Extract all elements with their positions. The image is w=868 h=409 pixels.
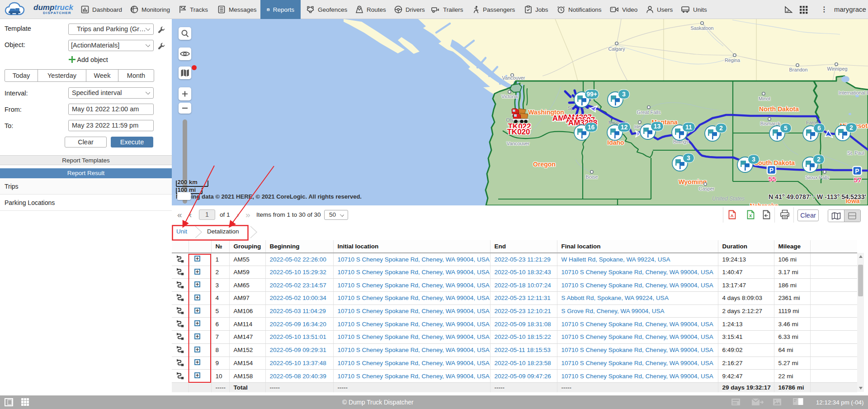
svg-text:5: 5 bbox=[784, 124, 788, 132]
svg-text:St. Paul: St. Paul bbox=[847, 150, 864, 156]
svg-text:United States: United States bbox=[712, 195, 745, 202]
svg-text:11: 11 bbox=[685, 124, 692, 131]
svg-text:Calgary: Calgary bbox=[608, 46, 625, 52]
svg-text:A: A bbox=[731, 213, 734, 218]
svg-text:2: 2 bbox=[817, 156, 821, 163]
svg-text:Minot: Minot bbox=[759, 96, 770, 101]
svg-text:12: 12 bbox=[621, 124, 628, 131]
svg-text:Saskatoon: Saskatoon bbox=[690, 25, 713, 31]
svg-text:Wyoming: Wyoming bbox=[679, 178, 707, 185]
svg-text:13: 13 bbox=[654, 123, 661, 130]
svg-text:Boise: Boise bbox=[585, 174, 598, 180]
svg-text:Victoria: Victoria bbox=[501, 94, 518, 99]
svg-text:Oregon: Oregon bbox=[533, 161, 556, 168]
svg-text:6: 6 bbox=[817, 124, 821, 132]
svg-text:3: 3 bbox=[622, 90, 626, 98]
svg-text:North Dakota: North Dakota bbox=[759, 105, 799, 113]
svg-text:Regina: Regina bbox=[725, 57, 740, 63]
svg-text:Brandon: Brandon bbox=[789, 67, 808, 72]
svg-text:x: x bbox=[749, 213, 752, 218]
svg-text:P: P bbox=[855, 167, 859, 175]
svg-text:2: 2 bbox=[849, 124, 853, 131]
svg-text:Great Falls: Great Falls bbox=[637, 109, 661, 115]
svg-text:3: 3 bbox=[687, 154, 690, 162]
svg-text:2: 2 bbox=[719, 124, 723, 132]
svg-text:Vancouver: Vancouver bbox=[502, 75, 525, 81]
svg-text:Nebraska: Nebraska bbox=[750, 202, 778, 205]
svg-text:3: 3 bbox=[752, 156, 755, 163]
svg-text:55: 55 bbox=[768, 175, 776, 183]
svg-text:International F: International F bbox=[838, 90, 868, 95]
svg-text:16: 16 bbox=[588, 124, 595, 131]
svg-text:Vancouver: Vancouver bbox=[507, 141, 530, 146]
svg-text:Winnipeg: Winnipeg bbox=[827, 66, 847, 71]
svg-text:TK020: TK020 bbox=[507, 128, 530, 136]
svg-text:Sioux Falls: Sioux Falls bbox=[806, 175, 830, 180]
svg-text:99+: 99+ bbox=[586, 90, 597, 98]
svg-text:P: P bbox=[769, 166, 774, 174]
svg-text:Casper: Casper bbox=[699, 186, 715, 191]
svg-text:57: 57 bbox=[854, 176, 861, 184]
